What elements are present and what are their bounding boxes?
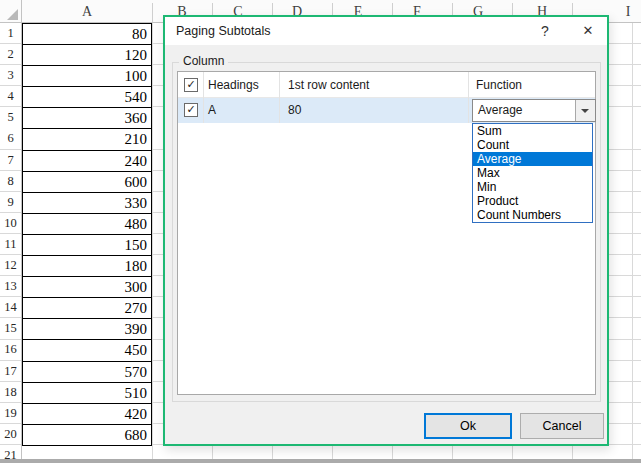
cell-a16[interactable]: 450 — [23, 340, 151, 361]
header-first-row-content: 1st row content — [288, 72, 369, 98]
select-all-triangle-icon — [7, 9, 18, 20]
cell-a1[interactable]: 80 — [23, 24, 151, 45]
sheet-bottom-edge — [0, 459, 641, 463]
column-header-i[interactable]: I — [613, 0, 641, 23]
cell-a3[interactable]: 100 — [23, 66, 151, 87]
cell-a11[interactable]: 150 — [23, 235, 151, 256]
row-header[interactable]: 12 — [0, 255, 21, 276]
row-header[interactable]: 4 — [0, 86, 21, 107]
chevron-down-icon — [581, 109, 589, 113]
col-gridline — [152, 23, 153, 459]
subtotals-table: ✓ Headings 1st row content Function ✓ A … — [177, 71, 596, 395]
cell-a14[interactable]: 270 — [23, 298, 151, 319]
row-header[interactable]: 18 — [0, 382, 21, 403]
header-function: Function — [476, 72, 522, 98]
cancel-button[interactable]: Cancel — [520, 413, 604, 439]
cell-a5[interactable]: 360 — [23, 108, 151, 129]
column-header-a[interactable]: A — [72, 0, 102, 23]
row-header-column: 1 2 3 4 5 6 7 8 9 10 11 12 13 14 15 16 1… — [0, 23, 22, 463]
cell-a20[interactable]: 680 — [23, 425, 151, 446]
cell-a4[interactable]: 540 — [23, 87, 151, 108]
row-header[interactable]: 8 — [0, 171, 21, 192]
row-header[interactable]: 9 — [0, 192, 21, 213]
cell-a15[interactable]: 390 — [23, 319, 151, 340]
column-divider — [279, 72, 280, 123]
col-gridline — [632, 23, 633, 459]
row-header[interactable]: 19 — [0, 403, 21, 424]
help-icon[interactable]: ? — [532, 17, 558, 45]
dropdown-option-count-numbers[interactable]: Count Numbers — [473, 208, 592, 222]
dialog-titlebar[interactable]: Paging Subtotals ? ✕ — [165, 17, 607, 45]
row-header[interactable]: 11 — [0, 234, 21, 255]
dropdown-option-count[interactable]: Count — [473, 138, 592, 152]
dropdown-option-min[interactable]: Min — [473, 180, 592, 194]
cell-a2[interactable]: 120 — [23, 45, 151, 66]
row-header[interactable]: 1 — [0, 23, 21, 44]
cell-a8[interactable]: 600 — [23, 172, 151, 193]
dropdown-option-product[interactable]: Product — [473, 194, 592, 208]
select-all-checkbox[interactable]: ✓ — [184, 78, 198, 92]
column-group-label: Column — [179, 54, 228, 68]
close-icon[interactable]: ✕ — [575, 17, 601, 45]
cell-a13[interactable]: 300 — [23, 277, 151, 298]
row-checkbox[interactable]: ✓ — [184, 103, 198, 117]
row-header[interactable]: 2 — [0, 44, 21, 65]
row-header[interactable]: 6 — [0, 128, 21, 149]
column-divider — [203, 72, 204, 123]
row-header[interactable]: 16 — [0, 339, 21, 360]
cell-a18[interactable]: 510 — [23, 383, 151, 404]
cell-a6[interactable]: 210 — [23, 129, 151, 150]
column-divider — [468, 72, 469, 123]
row-header[interactable]: 13 — [0, 276, 21, 297]
select-all-corner[interactable] — [0, 0, 22, 23]
paging-subtotals-dialog: Paging Subtotals ? ✕ Column ✓ Headings 1… — [163, 15, 609, 446]
row-header[interactable]: 17 — [0, 361, 21, 382]
column-a-data-range: 80 120 100 540 360 210 240 600 330 480 1… — [22, 23, 152, 446]
ok-button[interactable]: Ok — [424, 413, 512, 439]
row-header[interactable]: 5 — [0, 107, 21, 128]
cell-a12[interactable]: 180 — [23, 256, 151, 277]
dialog-title: Paging Subtotals — [176, 17, 271, 45]
combobox-selected-value: Average — [478, 100, 522, 121]
dropdown-option-average[interactable]: Average — [473, 152, 592, 166]
cell-a19[interactable]: 420 — [23, 404, 151, 425]
dropdown-option-max[interactable]: Max — [473, 166, 592, 180]
row-first-content-value: 80 — [288, 98, 301, 123]
function-combobox[interactable]: Average — [472, 99, 596, 122]
row-header[interactable]: 20 — [0, 424, 21, 445]
cell-a17[interactable]: 570 — [23, 362, 151, 383]
cell-a9[interactable]: 330 — [23, 193, 151, 214]
dropdown-option-sum[interactable]: Sum — [473, 124, 592, 138]
header-headings: Headings — [208, 72, 259, 98]
row-header[interactable]: 14 — [0, 297, 21, 318]
row-header[interactable]: 3 — [0, 65, 21, 86]
row-heading-value: A — [208, 98, 216, 123]
cell-a7[interactable]: 240 — [23, 151, 151, 172]
row-header[interactable]: 15 — [0, 318, 21, 339]
header-separator — [152, 3, 153, 22]
row-header[interactable]: 10 — [0, 213, 21, 234]
combobox-dropdown-button[interactable] — [575, 100, 595, 121]
function-dropdown-list: Sum Count Average Max Min Product Count … — [472, 123, 593, 223]
row-header[interactable]: 7 — [0, 150, 21, 171]
cell-a10[interactable]: 480 — [23, 214, 151, 235]
